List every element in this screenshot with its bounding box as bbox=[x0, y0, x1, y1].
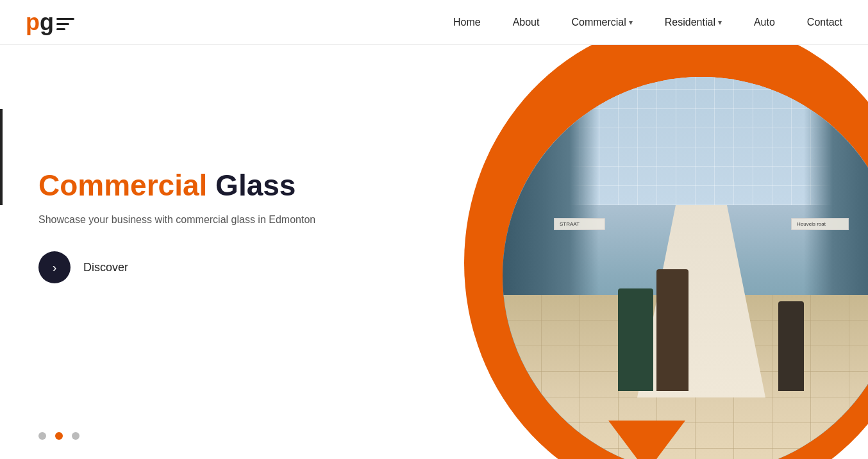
logo-lines bbox=[56, 18, 74, 30]
hero-content: Commercial Glass Showcase your business … bbox=[0, 45, 410, 459]
person-silhouette-2 bbox=[656, 269, 689, 391]
dot-2[interactable] bbox=[55, 432, 63, 440]
hero-title-orange: Commercial bbox=[38, 169, 207, 202]
hero-section: Commercial Glass Showcase your business … bbox=[0, 45, 868, 459]
nav-item-commercial[interactable]: Commercial ▾ bbox=[571, 17, 632, 28]
nav-home-label: Home bbox=[453, 17, 481, 28]
store-sign-2: Heuvels roat bbox=[791, 218, 849, 230]
nav-item-home[interactable]: Home bbox=[453, 17, 481, 28]
nav-commercial-label: Commercial bbox=[571, 17, 626, 28]
logo[interactable]: pg bbox=[26, 11, 74, 34]
discover-button[interactable]: › Discover bbox=[38, 251, 372, 283]
residential-chevron-icon: ▾ bbox=[718, 18, 722, 27]
mall-scene: STRAAT Heuvels roat bbox=[503, 77, 868, 459]
hero-visual: STRAAT Heuvels roat bbox=[406, 45, 868, 459]
nav-about-label: About bbox=[513, 17, 540, 28]
nav-item-about[interactable]: About bbox=[513, 17, 540, 28]
chevron-right-icon: › bbox=[53, 260, 57, 275]
logo-line-3 bbox=[56, 28, 65, 30]
logo-letter-p: p bbox=[26, 9, 40, 35]
nav-residential-label: Residential bbox=[665, 17, 715, 28]
nav-contact-label: Contact bbox=[807, 17, 842, 28]
person-silhouette-1 bbox=[618, 288, 653, 391]
person-silhouette-3 bbox=[778, 301, 804, 391]
logo-letter-g: g bbox=[40, 9, 54, 35]
hero-image-circle: STRAAT Heuvels roat bbox=[503, 77, 868, 459]
dot-3[interactable] bbox=[72, 432, 79, 440]
hero-title: Commercial Glass bbox=[38, 169, 372, 202]
site-header: pg Home About Commercial ▾ Residential ▾… bbox=[0, 0, 868, 45]
nav-auto-label: Auto bbox=[754, 17, 775, 28]
pointer-triangle bbox=[608, 421, 685, 459]
nav-item-contact[interactable]: Contact bbox=[807, 17, 842, 28]
dot-1[interactable] bbox=[38, 432, 46, 440]
logo-line-1 bbox=[56, 18, 74, 20]
carousel-dots bbox=[38, 432, 79, 440]
main-nav: Home About Commercial ▾ Residential ▾ Au… bbox=[453, 17, 842, 28]
nav-item-residential[interactable]: Residential ▾ bbox=[665, 17, 722, 28]
hero-subtitle: Showcase your business with commercial g… bbox=[38, 214, 372, 226]
discover-circle-icon[interactable]: › bbox=[38, 251, 71, 283]
commercial-chevron-icon: ▾ bbox=[629, 18, 633, 27]
store-sign-1: STRAAT bbox=[554, 218, 605, 230]
logo-line-2 bbox=[56, 23, 69, 25]
nav-item-auto[interactable]: Auto bbox=[754, 17, 775, 28]
discover-label: Discover bbox=[83, 261, 128, 274]
hero-title-dark: Glass bbox=[207, 169, 296, 202]
